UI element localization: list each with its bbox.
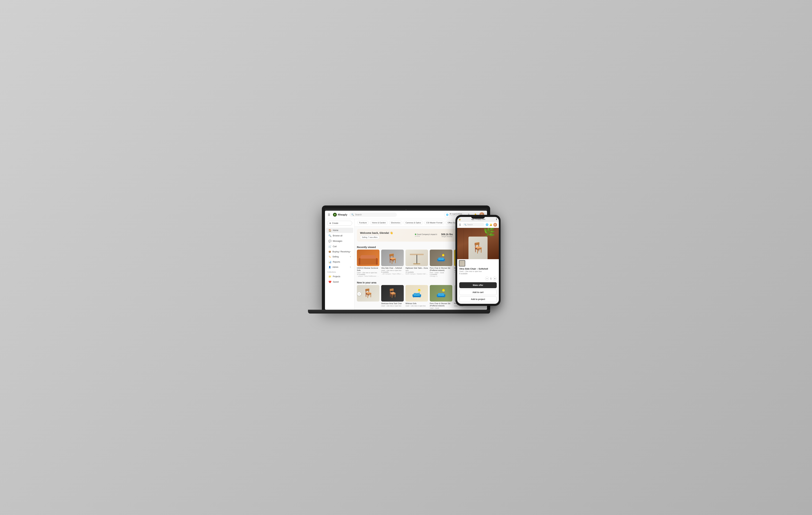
sofa-location: ...ampus › Tesla Fieldhouse › Floor 3 › …: [357, 275, 379, 277]
weight-label: Weight diverted: [441, 236, 453, 238]
vitra-location: ...uth Campus › Team Office › 21 › Main …: [381, 273, 404, 275]
vitra-available: 8 available: [381, 271, 404, 273]
whitman-condition: Used – Like new or open box: [405, 305, 428, 307]
steelcase-name: Steelcase Amia Task Chair: [381, 302, 404, 305]
search-bar[interactable]: 🔍 Search: [349, 213, 397, 217]
sidebar-item-reports[interactable]: 📊 Reports: [326, 259, 353, 265]
impact-weight: 509.1k lbs Weight diverted: [441, 233, 453, 238]
sidebar-item-selling[interactable]: 🏷️ Selling ▾: [326, 254, 353, 259]
sidebar-item-messages[interactable]: 💬 Messages: [326, 239, 353, 244]
new-product-card-1[interactable]: 🪑: [357, 285, 379, 309]
sidebar-projects-label: Projects: [333, 275, 340, 278]
sidebar-item-browse[interactable]: 🔍 Browse all: [326, 233, 353, 238]
create-button[interactable]: ⊕ Create: [327, 221, 352, 226]
phone-search-icon: 🔍: [464, 224, 466, 226]
vitra-name: Vitra Side Chair – Softshell: [381, 267, 404, 269]
prev-button[interactable]: ‹: [357, 292, 361, 296]
sidebar-reports-label: Reports: [333, 261, 340, 263]
phone-thumb-1[interactable]: [459, 260, 465, 267]
category-home-garden[interactable]: Home & Garden: [370, 221, 387, 224]
phone-product-available: 8 available: [459, 273, 497, 275]
phone-qty-row: − 1 +: [457, 276, 499, 281]
phone-bell-icon[interactable]: 🔔: [489, 223, 492, 226]
collections-section-label: Collections: [325, 270, 354, 274]
product-card-table[interactable]: Hightower Side Table – Kona New 10 avail…: [405, 250, 428, 277]
reports-icon: 📊: [328, 261, 331, 263]
sidebar-item-projects[interactable]: 📁 Projects: [326, 274, 353, 279]
org-name: All organizations: [450, 213, 462, 215]
qty-minus-button[interactable]: −: [485, 277, 489, 280]
new-product-card-whitman[interactable]: 🛋️ Whitman Sofa Used – Like new or open …: [405, 285, 428, 309]
plant-decoration: 🌿: [483, 228, 495, 238]
selling-badge[interactable]: Selling: 7 new offers: [360, 236, 379, 239]
admin-chevron-icon: ▾: [350, 266, 351, 268]
category-electronics[interactable]: Electronics: [389, 221, 402, 224]
qty-plus-button[interactable]: +: [493, 277, 497, 280]
plus-icon: ⊕: [329, 222, 331, 224]
home-icon: 🏠: [328, 229, 331, 232]
create-label: Create: [332, 222, 338, 224]
product-card-vitra[interactable]: 🪑 Vitra Side Chair – Softshell Used – Li…: [381, 250, 404, 277]
phone-avatar[interactable]: G: [493, 223, 497, 227]
hamburger-menu-icon[interactable]: ☰: [328, 213, 330, 216]
impact-label-text: Good Company's impact ℹ: [417, 234, 437, 235]
make-offer-button[interactable]: Make offer: [459, 282, 497, 288]
new-product-img-steelcase: 🪑: [381, 285, 404, 301]
add-to-cart-button[interactable]: Add to cart: [459, 290, 497, 295]
sidebar-messages-label: Messages: [333, 240, 342, 242]
category-furniture[interactable]: Furniture: [357, 221, 369, 224]
impact-timeframe: All time: [415, 235, 437, 237]
sofa-condition: Used – Like new or open box: [357, 272, 379, 274]
add-to-project-label: Add to project: [471, 298, 485, 300]
sidebar-item-admin[interactable]: 👤 Admin ▾: [326, 265, 353, 270]
laptop-camera: [405, 209, 407, 210]
sidebar-selling-label: Selling: [332, 255, 339, 258]
product-card-penn[interactable]: 🛋️ Penn Chair & Ottoman Set (Preffered n…: [430, 250, 452, 277]
category-cameras[interactable]: Cameras & Optics: [404, 221, 423, 224]
logo-icon: R: [333, 213, 337, 217]
phone-menu-icon[interactable]: ☰: [459, 223, 461, 226]
phone-globe-icon[interactable]: 🌐: [486, 223, 488, 226]
phone-search-placeholder: Search: [467, 224, 473, 226]
phone-product-info: Vitra Side Chair – Softshell Used – Like…: [457, 268, 499, 276]
selling-icon: 🏷️: [328, 255, 331, 258]
category-csi[interactable]: CSI Master Format: [425, 221, 444, 224]
app-logo: R Rheaply: [333, 213, 347, 217]
sidebar-item-cart[interactable]: 🛒 Cart: [326, 244, 353, 249]
sidebar-item-saved[interactable]: ❤️ Saved: [326, 279, 353, 284]
phone-product-name: Vitra Side Chair – Softshell: [459, 268, 497, 270]
sidebar-item-home[interactable]: 🏠 Home: [326, 228, 353, 233]
sidebar: ⊕ Create 🏠 Home 🔍 Browse all 💬 Messages: [325, 219, 354, 310]
qty-value: 1: [490, 277, 492, 280]
phone-search-bar[interactable]: 🔍 Search: [463, 223, 484, 226]
welcome-greeting: Welcome back, Glenda! 👋: [360, 232, 393, 235]
phone-screen: 🔒 app.rheaply.com ⬆ ☰ 🔍 Search 🌐 🔔 G: [457, 217, 499, 304]
whitman-name: Whitman Sofa: [405, 302, 428, 305]
product-img-penn: 🛋️: [430, 250, 452, 266]
add-to-project-button[interactable]: Add to project: [459, 297, 497, 302]
sidebar-item-buying[interactable]: 📦 Buying / Receiving ▾: [326, 249, 353, 254]
phone-lock-icon: 🔒: [459, 218, 461, 220]
phone-share-icon[interactable]: ⬆: [495, 218, 497, 221]
buying-chevron-icon: ▾: [350, 251, 351, 252]
search-icon: 🔍: [351, 214, 354, 216]
green-dot-icon: [415, 234, 416, 235]
product-card-sofa[interactable]: GNIXUU Modular Sectional Sofa Used – Lik…: [357, 250, 379, 277]
table-name: Hightower Side Table – Kona: [405, 267, 428, 269]
new-product-card-steelcase[interactable]: 🪑 Steelcase Amia Task Chair Used – Like …: [381, 285, 404, 309]
projects-icon: 📁: [328, 275, 331, 278]
steelcase-condition: Used – Like new or open box: [381, 305, 404, 307]
admin-icon: 👤: [328, 266, 331, 268]
vitra-condition: Used – Like new or open box: [381, 270, 404, 271]
new-product-img-whitman: 🛋️: [405, 285, 428, 301]
make-offer-label: Make offer: [473, 284, 483, 287]
selling-chevron-icon: ▾: [350, 256, 351, 258]
new-product-card-penn2[interactable]: 🛋️ Penn Chair & Ottoman Set (Preffered n…: [430, 285, 452, 309]
messages-icon: 💬: [328, 240, 331, 242]
penn-available: 5 available: [430, 274, 452, 275]
penn-condition: Free – Used – Good: [430, 272, 452, 274]
phone-nav-icons: 🌐 🔔 G: [486, 223, 497, 227]
sidebar-saved-label: Saved: [333, 281, 339, 283]
phone-top-nav: ☰ 🔍 Search 🌐 🔔 G: [457, 222, 499, 228]
penn-name: Penn Chair & Ottoman Set (Preffered netw…: [430, 267, 452, 271]
